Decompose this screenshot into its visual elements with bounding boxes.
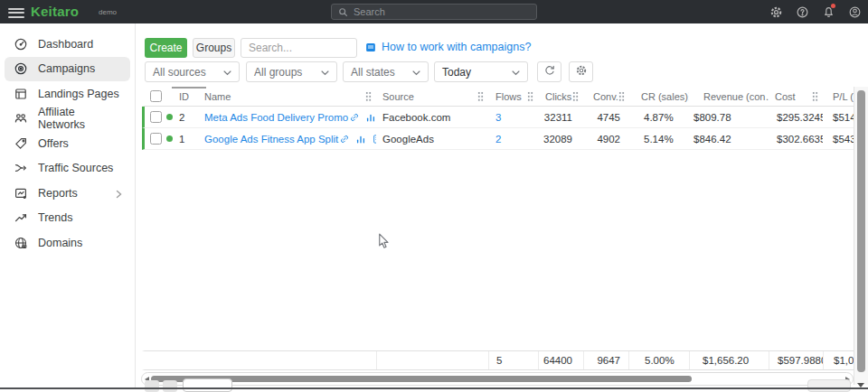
column-header-revenue[interactable]: Revenue (con…: [689, 91, 769, 102]
chevron-right-icon: [116, 189, 122, 201]
states-filter-dropdown[interactable]: All states: [343, 61, 429, 82]
pagination-prev-button[interactable]: [145, 380, 159, 392]
help-campaigns-link[interactable]: How to work with campaigns?: [365, 41, 531, 53]
campaign-source: Facebook.com: [376, 112, 488, 123]
reports-icon: [13, 185, 28, 201]
flows-link[interactable]: 3: [495, 112, 501, 123]
drag-handle-icon[interactable]: [812, 91, 818, 101]
vertical-scrollbar-thumb[interactable]: [857, 90, 865, 372]
chevron-down-icon: [412, 66, 420, 79]
column-header-id[interactable]: ID: [177, 91, 203, 102]
sidebar-item-traffic-sources[interactable]: Traffic Sources: [5, 156, 130, 182]
drag-handle-icon[interactable]: [618, 91, 625, 101]
campaigns-icon: [13, 61, 28, 77]
sidebar-item-domains[interactable]: Domains: [5, 230, 130, 256]
groups-button[interactable]: Groups: [193, 38, 235, 58]
sidebar-item-reports[interactable]: Reports: [5, 181, 130, 206]
campaign-name-link[interactable]: Google Ads Fitness App Split: [204, 134, 338, 145]
column-header-flows[interactable]: Flows: [488, 91, 538, 102]
pl-value: $543: [823, 134, 854, 145]
totals-clicks: 64400: [538, 351, 583, 369]
campaign-stats-icon[interactable]: [364, 111, 376, 123]
sidebar-item-offers[interactable]: Offers: [5, 131, 130, 156]
sidebar-item-campaigns[interactable]: Campaigns: [5, 57, 130, 82]
sidebar: Dashboard Campaigns Landings Pages Affil…: [0, 23, 136, 388]
pl-value: $514: [823, 112, 854, 123]
column-header-pl[interactable]: P/L (: [823, 91, 854, 102]
column-header-source[interactable]: Source: [376, 91, 488, 102]
sidebar-item-affiliate-networks[interactable]: Affiliate Networks: [5, 107, 130, 132]
drag-handle-icon[interactable]: [365, 91, 372, 101]
groups-filter-dropdown[interactable]: All groups: [246, 61, 337, 82]
drag-handle-icon[interactable]: [572, 91, 579, 101]
revenue-value: $846.42: [689, 134, 769, 145]
clicks-value: 32311: [538, 112, 583, 123]
chevron-down-icon: [223, 66, 231, 79]
status-dot-active: [166, 135, 173, 142]
horizontal-scrollbar[interactable]: [141, 372, 854, 386]
hamburger-menu-icon[interactable]: [8, 5, 24, 18]
table-settings-button[interactable]: [569, 61, 593, 82]
profile-icon[interactable]: [846, 4, 863, 20]
global-search-input[interactable]: [354, 6, 531, 17]
flows-link[interactable]: 2: [495, 134, 501, 145]
campaign-link-icon[interactable]: [348, 111, 360, 123]
vertical-scrollbar[interactable]: [854, 87, 868, 385]
create-button[interactable]: Create: [145, 38, 187, 58]
demo-badge: demo: [99, 8, 117, 16]
chevron-down-icon: [321, 66, 329, 79]
status-dot-active: [166, 114, 173, 120]
sidebar-item-landings-pages[interactable]: Landings Pages: [5, 81, 130, 107]
select-all-checkbox[interactable]: [150, 90, 162, 102]
sort-indicator: [172, 87, 206, 89]
column-header-name[interactable]: Name: [203, 91, 376, 102]
sidebar-item-dashboard[interactable]: Dashboard: [5, 32, 130, 57]
chevron-down-icon: [512, 66, 520, 79]
help-icon[interactable]: [794, 4, 810, 20]
sidebar-item-label: Domains: [38, 237, 82, 249]
sidebar-item-trends[interactable]: Trends: [5, 206, 130, 231]
sources-filter-dropdown[interactable]: All sources: [145, 61, 240, 82]
campaign-link-icon[interactable]: [338, 133, 350, 145]
cr-value: 5.14%: [628, 134, 689, 145]
column-header-cr[interactable]: CR (sales): [628, 91, 689, 102]
refresh-button[interactable]: [537, 61, 561, 82]
campaign-stats-icon[interactable]: [354, 133, 366, 145]
drag-handle-icon[interactable]: [527, 91, 533, 101]
campaign-search-input[interactable]: [241, 38, 357, 58]
table-row: 1 Google Ads Fitness App Split GoogleAds…: [142, 128, 854, 150]
app-logo[interactable]: Keitaro: [31, 4, 79, 19]
landings-pages-icon: [13, 86, 28, 101]
settings-gear-icon[interactable]: [768, 4, 784, 20]
row-checkbox[interactable]: [150, 133, 162, 145]
search-icon: [337, 6, 349, 18]
pagination-right-button[interactable]: [807, 379, 851, 392]
window-bottom-edge: [0, 387, 868, 389]
campaign-source: GoogleAds: [376, 134, 488, 145]
pagination-next-button[interactable]: [163, 380, 177, 392]
sidebar-item-label: Trends: [38, 211, 72, 224]
campaign-name-link[interactable]: Meta Ads Food Delivery Promo: [204, 112, 348, 123]
offers-icon: [13, 135, 28, 151]
column-header-clicks[interactable]: Clicks: [538, 91, 583, 102]
drag-handle-icon[interactable]: [477, 91, 484, 101]
affiliate-networks-icon: [13, 111, 28, 126]
campaign-id: 2: [177, 112, 203, 123]
mouse-cursor: [378, 233, 390, 254]
global-search[interactable]: [331, 4, 537, 20]
row-checkbox[interactable]: [150, 111, 162, 123]
totals-flows: 5: [488, 351, 538, 369]
campaign-id: 1: [177, 134, 203, 145]
notifications-bell-icon[interactable]: [820, 4, 836, 20]
column-header-cost[interactable]: Cost: [769, 91, 823, 102]
conversions-value: 4902: [583, 134, 628, 145]
totals-conv: 9647: [583, 351, 628, 369]
manual-book-icon: [365, 42, 376, 53]
conversions-value: 4745: [583, 112, 628, 123]
cr-value: 4.87%: [628, 112, 689, 123]
gear-icon: [575, 64, 588, 80]
rows-per-page-select[interactable]: [183, 378, 232, 392]
sidebar-item-label: Reports: [38, 187, 78, 200]
column-header-conv[interactable]: Conv.: [583, 91, 628, 102]
date-range-dropdown[interactable]: Today: [434, 61, 528, 82]
